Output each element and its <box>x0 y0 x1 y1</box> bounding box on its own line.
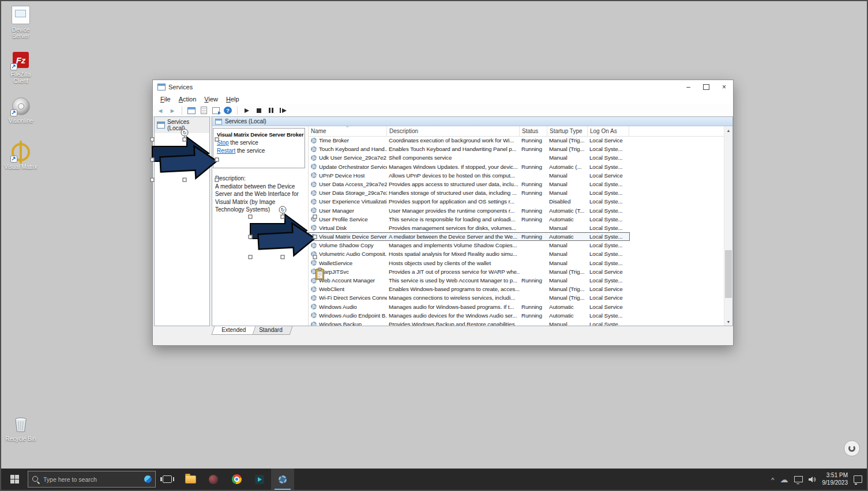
search-highlights-icon[interactable] <box>144 475 152 483</box>
service-logon-cell: Local Syste... <box>588 224 629 232</box>
scroll-down-icon[interactable]: ▼ <box>724 318 732 326</box>
start-button[interactable] <box>1 469 28 490</box>
file-explorer-button[interactable] <box>179 469 202 490</box>
services-taskbar-button[interactable] <box>271 469 294 490</box>
resize-handle[interactable] <box>215 158 219 162</box>
resize-handle[interactable] <box>249 255 253 259</box>
back-icon[interactable]: ◄ <box>156 106 164 115</box>
titlebar[interactable]: Services – × <box>153 80 733 93</box>
service-row[interactable]: User Profile ServiceThis service is resp… <box>309 215 630 224</box>
service-row[interactable]: WalletServiceHosts objects used by clien… <box>309 259 630 267</box>
maximize-button[interactable] <box>697 80 715 93</box>
resize-handle[interactable] <box>249 215 253 219</box>
hidden-icons-chevron-icon[interactable]: ^ <box>771 477 774 484</box>
column-header-name[interactable]: ^ Name <box>309 126 387 136</box>
rotate-handle-icon[interactable]: ↻ <box>279 206 287 214</box>
pinned-app-button-2[interactable] <box>248 469 271 490</box>
desktop-icon-device-server[interactable]: Device Server <box>3 5 38 39</box>
service-row[interactable]: Virtual DiskProvides management services… <box>309 224 630 232</box>
service-row[interactable]: Web Account ManagerThis service is used … <box>309 276 630 285</box>
column-header-startup-type[interactable]: Startup Type <box>547 126 588 136</box>
chrome-button[interactable] <box>225 469 248 490</box>
desktop-icon-filezilla[interactable]: Fz FileZilla Client <box>3 50 38 84</box>
network-icon[interactable] <box>794 476 803 482</box>
forward-icon[interactable]: ► <box>168 106 176 115</box>
service-status-cell: Running <box>520 145 547 153</box>
show-console-tree-icon[interactable] <box>187 107 196 114</box>
service-row[interactable]: User Data Access_29ca7e2Provides apps ac… <box>309 180 630 188</box>
service-row[interactable]: Windows AudioManages audio for Windows-b… <box>309 303 630 311</box>
taskbar-search[interactable]: Type here to search <box>28 471 156 488</box>
resize-handle[interactable] <box>313 215 317 219</box>
service-row[interactable]: User ManagerUser Manager provides the ru… <box>309 206 630 215</box>
resize-handle[interactable] <box>215 138 219 142</box>
action-center-icon[interactable] <box>854 475 862 483</box>
menu-file[interactable]: File <box>156 95 175 103</box>
rotate-handle-icon[interactable]: ↻ <box>181 129 189 137</box>
service-logon-cell: Local Syste... <box>588 188 629 197</box>
desktop-icon-visual-matrix[interactable]: Visual Matrix <box>3 142 38 170</box>
onedrive-icon[interactable]: ☁ <box>780 475 788 484</box>
block-arrow-right-icon[interactable] <box>152 139 217 180</box>
properties-icon[interactable] <box>201 107 207 114</box>
service-row[interactable]: Windows BackupProvides Windows Backup an… <box>309 320 630 326</box>
service-row[interactable]: Update Orchestrator ServiceManages Windo… <box>309 163 630 171</box>
resize-handle[interactable] <box>281 215 285 219</box>
service-row[interactable]: User Experience Virtualizati...Provides … <box>309 197 630 206</box>
service-row[interactable]: Udk User Service_29ca7e2Shell components… <box>309 153 630 162</box>
service-row[interactable]: Windows Audio Endpoint B...Manages audio… <box>309 311 630 320</box>
volume-icon[interactable] <box>809 476 817 483</box>
resize-handle[interactable] <box>215 178 219 182</box>
close-button[interactable]: × <box>715 80 733 93</box>
start-service-icon[interactable] <box>245 108 249 113</box>
desktop-icon-recycle-bin[interactable]: Recycle Bin <box>3 414 38 442</box>
restart-service-link[interactable]: Restart <box>217 148 235 154</box>
service-row[interactable]: WarpJITSvcProvides a JIT out of process … <box>309 267 630 276</box>
taskbar-clock[interactable]: 3:51 PM 9/19/2023 <box>822 472 848 486</box>
export-list-icon[interactable] <box>212 107 220 114</box>
resize-handle[interactable] <box>151 178 155 182</box>
resize-handle[interactable] <box>151 158 155 162</box>
help-icon[interactable]: ? <box>224 107 232 114</box>
service-row[interactable]: Visual Matrix Device Server ...A mediato… <box>309 232 630 241</box>
pause-service-icon[interactable] <box>267 106 275 115</box>
service-row[interactable]: WebClientEnables Windows-based programs … <box>309 285 630 293</box>
column-header-description[interactable]: Description <box>387 126 520 136</box>
restart-service-icon[interactable] <box>279 106 287 115</box>
resize-handle[interactable] <box>313 255 317 259</box>
column-header-log-on-as[interactable]: Log On As <box>588 126 629 136</box>
vertical-scrollbar[interactable]: ▲ ▼ <box>724 126 732 326</box>
stop-service-icon[interactable] <box>257 108 261 113</box>
service-row[interactable]: Time BrokerCoordinates execution of back… <box>309 136 630 145</box>
floating-accessibility-button[interactable] <box>844 440 860 456</box>
menu-help[interactable]: Help <box>222 95 243 103</box>
tab-extended[interactable]: Extended <box>212 326 256 335</box>
service-row[interactable]: User Data Storage_29ca7e2Handles storage… <box>309 188 630 197</box>
resize-handle[interactable] <box>183 178 187 182</box>
desktop-icon-visionline[interactable]: Visionline <box>3 96 38 124</box>
resize-handle[interactable] <box>183 138 187 142</box>
task-view-button[interactable] <box>156 469 179 490</box>
service-row[interactable]: Wi-Fi Direct Services Conne...Manages co… <box>309 293 630 302</box>
minimize-button[interactable]: – <box>679 80 697 93</box>
arrow-annotation-2[interactable]: ↻ <box>248 206 317 261</box>
scroll-up-icon[interactable]: ▲ <box>724 126 732 134</box>
service-row[interactable]: Volume Shadow CopyManages and implements… <box>309 241 630 250</box>
scrollbar-thumb[interactable] <box>725 250 732 298</box>
pinned-app-button-1[interactable] <box>202 469 225 490</box>
resize-handle[interactable] <box>249 235 253 239</box>
block-arrow-right-icon[interactable] <box>250 217 315 257</box>
resize-handle[interactable] <box>281 255 285 259</box>
resize-handle[interactable] <box>313 235 317 239</box>
service-row[interactable]: Touch Keyboard and Hand...Enables Touch … <box>309 145 630 153</box>
service-startup-cell: Manual <box>547 250 588 258</box>
service-row[interactable]: UPnP Device HostAllows UPnP devices to b… <box>309 171 630 180</box>
arrow-annotation-1[interactable]: ↻ <box>150 129 219 184</box>
service-row[interactable]: Volumetric Audio Composit...Hosts spatia… <box>309 250 630 258</box>
menu-view[interactable]: View <box>200 95 222 103</box>
tab-standard[interactable]: Standard <box>249 326 292 335</box>
menu-bar: File Action View Help <box>153 93 733 104</box>
resize-handle[interactable] <box>151 138 155 142</box>
menu-action[interactable]: Action <box>175 95 201 103</box>
column-header-status[interactable]: Status <box>520 126 547 136</box>
